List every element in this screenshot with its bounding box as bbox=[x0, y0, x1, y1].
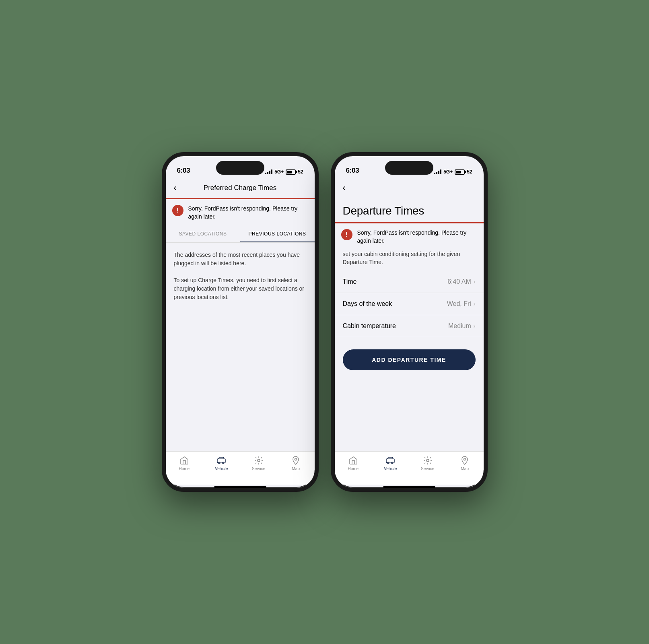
page-title-1: Preferred Charge Times bbox=[204, 184, 276, 192]
nav-home-2[interactable]: Home bbox=[341, 456, 365, 471]
bottom-nav-1: Home Vehicle Service bbox=[166, 451, 315, 485]
home-bar-1 bbox=[214, 486, 266, 488]
home-icon-1 bbox=[179, 456, 189, 465]
body-text-1: The addresses of the most recent places … bbox=[166, 243, 315, 310]
nav-vehicle-2[interactable]: Vehicle bbox=[378, 456, 402, 471]
nav-vehicle-label-1: Vehicle bbox=[215, 466, 228, 471]
signal-bar-2-2 bbox=[436, 172, 437, 174]
status-time-1: 6:03 bbox=[177, 167, 190, 175]
phone-1: 6:03 5G+ 52 ‹ P bbox=[162, 152, 319, 492]
signal-bar-2-4 bbox=[440, 169, 441, 174]
map-icon-2 bbox=[460, 456, 470, 465]
nav-home-label-2: Home bbox=[348, 466, 358, 471]
cabin-chevron: › bbox=[474, 323, 476, 329]
nav-home-label-1: Home bbox=[179, 466, 190, 471]
nav-home-1[interactable]: Home bbox=[172, 456, 196, 471]
battery-pct-1: 52 bbox=[298, 169, 303, 175]
error-icon-1: ! bbox=[172, 205, 183, 216]
status-time-2: 6:03 bbox=[346, 167, 359, 175]
days-value: Wed, Fri › bbox=[447, 300, 476, 308]
detail-text-2: set your cabin conditioning setting for … bbox=[335, 250, 484, 271]
service-icon-1 bbox=[254, 456, 264, 465]
nav-header-2: ‹ bbox=[335, 178, 484, 198]
error-banner-1: ! Sorry, FordPass isn't responding. Plea… bbox=[166, 199, 315, 226]
dynamic-island-2 bbox=[385, 161, 433, 175]
home-bar-2 bbox=[383, 486, 435, 488]
svg-point-8 bbox=[426, 459, 429, 462]
days-value-text: Wed, Fri bbox=[447, 300, 471, 308]
nav-service-label-2: Service bbox=[421, 466, 434, 471]
battery-fill-2 bbox=[456, 171, 460, 173]
settings-row-time[interactable]: Time 6:40 AM › bbox=[335, 271, 484, 293]
back-button-2[interactable]: ‹ bbox=[343, 183, 346, 193]
body-para-2: To set up Charge Times, you need to firs… bbox=[174, 276, 307, 301]
nav-map-label-2: Map bbox=[461, 466, 469, 471]
vehicle-icon-1 bbox=[216, 456, 226, 465]
nav-vehicle-1[interactable]: Vehicle bbox=[209, 456, 233, 471]
signal-bars-2 bbox=[434, 169, 441, 174]
status-icons-2: 5G+ 52 bbox=[434, 169, 472, 175]
signal-bar-3 bbox=[269, 171, 270, 174]
service-icon-2 bbox=[423, 456, 433, 465]
battery-icon-1 bbox=[286, 169, 296, 175]
time-label: Time bbox=[343, 278, 357, 285]
back-button-1[interactable]: ‹ bbox=[174, 183, 177, 193]
cabin-value: Medium › bbox=[448, 322, 476, 330]
tab-saved-locations[interactable]: SAVED LOCATIONS bbox=[166, 226, 240, 242]
signal-bar-2-3 bbox=[438, 171, 439, 174]
nav-header-1: ‹ Preferred Charge Times bbox=[166, 178, 315, 198]
bottom-nav-2: Home Vehicle Service bbox=[335, 451, 484, 485]
cabin-value-text: Medium bbox=[448, 322, 471, 330]
days-chevron: › bbox=[474, 301, 476, 307]
tabs-1: SAVED LOCATIONS PREVIOUS LOCATIONS bbox=[166, 226, 315, 243]
signal-bars-1 bbox=[265, 169, 272, 174]
battery-icon-2 bbox=[455, 169, 465, 175]
signal-bar-4 bbox=[271, 169, 272, 174]
map-icon-1 bbox=[291, 456, 301, 465]
content-1: ! Sorry, FordPass isn't responding. Plea… bbox=[166, 199, 315, 451]
add-departure-time-button[interactable]: ADD DEPARTURE TIME bbox=[343, 349, 476, 370]
error-banner-2: ! Sorry, FordPass isn't responding. Plea… bbox=[335, 223, 484, 250]
svg-point-4 bbox=[295, 458, 297, 460]
network-type-1: 5G+ bbox=[274, 169, 284, 175]
nav-service-1[interactable]: Service bbox=[247, 456, 271, 471]
dynamic-island bbox=[216, 161, 264, 175]
phone-2: 6:03 5G+ 52 ‹ bbox=[331, 152, 488, 492]
settings-row-days[interactable]: Days of the week Wed, Fri › bbox=[335, 293, 484, 315]
signal-bar-2-1 bbox=[434, 173, 435, 174]
home-icon-2 bbox=[348, 456, 358, 465]
signal-bar-2 bbox=[267, 172, 268, 174]
error-message-2: Sorry, FordPass isn't responding. Please… bbox=[357, 229, 477, 245]
error-icon-2: ! bbox=[341, 229, 352, 240]
nav-map-1[interactable]: Map bbox=[284, 456, 308, 471]
days-label: Days of the week bbox=[343, 300, 392, 308]
body-para-1: The addresses of the most recent places … bbox=[174, 251, 307, 268]
signal-bar-1 bbox=[265, 173, 266, 174]
nav-service-2[interactable]: Service bbox=[416, 456, 440, 471]
svg-point-9 bbox=[464, 458, 466, 460]
vehicle-icon-2 bbox=[385, 456, 395, 465]
nav-service-label-1: Service bbox=[252, 466, 265, 471]
nav-map-2[interactable]: Map bbox=[453, 456, 477, 471]
nav-vehicle-label-2: Vehicle bbox=[384, 466, 397, 471]
time-value-text: 6:40 AM bbox=[447, 278, 471, 285]
departure-times-title: Departure Times bbox=[335, 198, 484, 222]
svg-point-3 bbox=[258, 459, 260, 462]
error-message-1: Sorry, FordPass isn't responding. Please… bbox=[188, 205, 308, 221]
time-chevron: › bbox=[474, 279, 476, 285]
settings-row-cabin[interactable]: Cabin temperature Medium › bbox=[335, 315, 484, 337]
content-2: Departure Times ! Sorry, FordPass isn't … bbox=[335, 198, 484, 451]
battery-pct-2: 52 bbox=[467, 169, 472, 175]
network-type-2: 5G+ bbox=[443, 169, 453, 175]
battery-fill-1 bbox=[287, 171, 291, 173]
cabin-label: Cabin temperature bbox=[343, 322, 396, 330]
status-icons-1: 5G+ 52 bbox=[265, 169, 303, 175]
phones-container: 6:03 5G+ 52 ‹ P bbox=[162, 152, 488, 492]
tab-previous-locations[interactable]: PREVIOUS LOCATIONS bbox=[240, 226, 315, 242]
nav-map-label-1: Map bbox=[292, 466, 300, 471]
time-value: 6:40 AM › bbox=[447, 278, 475, 285]
